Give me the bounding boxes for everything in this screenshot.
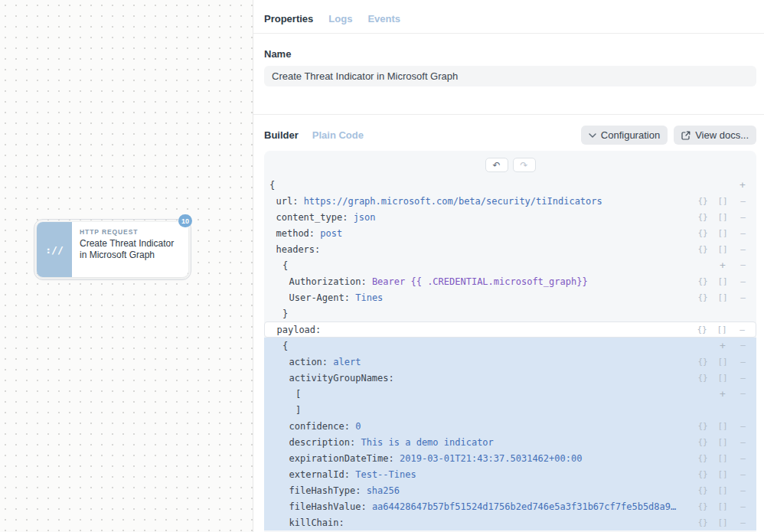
- add-item-icon[interactable]: +: [733, 179, 753, 191]
- code-line[interactable]: User-Agent: Tines{}[]—: [264, 289, 756, 305]
- tab-events[interactable]: Events: [367, 13, 400, 24]
- insert-array-icon[interactable]: []: [713, 276, 733, 286]
- code-key: }: [282, 308, 288, 319]
- insert-object-icon[interactable]: {}: [693, 517, 713, 527]
- insert-array-icon[interactable]: []: [713, 437, 733, 447]
- tab-builder[interactable]: Builder: [264, 129, 299, 141]
- code-key: url:: [276, 196, 299, 207]
- insert-array-icon[interactable]: []: [712, 325, 732, 335]
- insert-array-icon[interactable]: []: [713, 469, 733, 479]
- tab-logs[interactable]: Logs: [328, 13, 352, 24]
- insert-object-icon[interactable]: {}: [693, 453, 713, 463]
- code-line[interactable]: {+—: [264, 338, 756, 354]
- view-docs-button[interactable]: View docs...: [674, 126, 756, 145]
- line-action-icons: +—: [693, 259, 756, 271]
- code-line[interactable]: description: This is a demo indicator{}[…: [264, 434, 756, 450]
- code-line[interactable]: killChain:{}[]—: [264, 514, 756, 530]
- remove-line-icon[interactable]: —: [733, 244, 753, 254]
- remove-line-icon[interactable]: —: [733, 276, 753, 286]
- insert-object-icon[interactable]: {}: [693, 196, 713, 206]
- remove-line-icon[interactable]: —: [733, 357, 753, 367]
- insert-object-icon[interactable]: {}: [693, 437, 713, 447]
- code-line[interactable]: expirationDateTime: 2019-03-01T21:43:37.…: [264, 450, 756, 466]
- remove-line-icon[interactable]: —: [733, 340, 753, 351]
- line-action-icons: {}[]—: [693, 292, 756, 302]
- configuration-button[interactable]: Configuration: [581, 126, 668, 145]
- insert-array-icon[interactable]: []: [713, 228, 733, 238]
- external-link-icon: [681, 131, 691, 140]
- remove-line-icon[interactable]: —: [733, 388, 753, 400]
- remove-line-icon[interactable]: —: [733, 453, 753, 463]
- insert-object-icon[interactable]: {}: [693, 485, 713, 495]
- icon-spacer: [693, 388, 713, 400]
- redo-icon[interactable]: ↷: [513, 158, 536, 172]
- code-value: alert: [328, 357, 361, 367]
- code-line[interactable]: }: [264, 305, 756, 321]
- insert-object-icon[interactable]: {}: [693, 292, 713, 302]
- code-line[interactable]: url: https://graph.microsoft.com/beta/se…: [264, 193, 756, 209]
- remove-line-icon[interactable]: —: [733, 501, 753, 511]
- remove-line-icon[interactable]: —: [733, 469, 753, 479]
- remove-line-icon[interactable]: —: [733, 196, 753, 206]
- code-line[interactable]: externalId: Test--Tines{}[]—: [264, 466, 756, 482]
- insert-object-icon[interactable]: {}: [693, 421, 713, 431]
- code-line[interactable]: {+: [264, 177, 756, 193]
- insert-array-icon[interactable]: []: [713, 196, 733, 206]
- code-line[interactable]: fileHashValue: aa64428647b57bf51524d1756…: [264, 498, 756, 514]
- code-line[interactable]: payload:{}[]—: [264, 321, 756, 338]
- insert-array-icon[interactable]: []: [713, 485, 733, 495]
- insert-object-icon[interactable]: {}: [692, 325, 712, 335]
- insert-object-icon[interactable]: {}: [693, 501, 713, 511]
- remove-line-icon[interactable]: —: [733, 373, 753, 383]
- code-key: method:: [276, 228, 315, 239]
- code-line[interactable]: content_type: json{}[]—: [264, 209, 756, 225]
- insert-object-icon[interactable]: {}: [693, 357, 713, 367]
- insert-object-icon[interactable]: {}: [693, 276, 713, 286]
- insert-object-icon[interactable]: {}: [693, 469, 713, 479]
- code-line[interactable]: confidence: 0{}[]—: [264, 418, 756, 434]
- story-canvas[interactable]: :// HTTP REQUEST Create Threat Indicator…: [0, 0, 253, 532]
- code-value: 0: [350, 421, 361, 432]
- code-line[interactable]: Authorization: Bearer {{ .CREDENTIAL.mic…: [264, 273, 756, 289]
- insert-object-icon[interactable]: {}: [693, 212, 713, 222]
- tab-plain-code[interactable]: Plain Code: [312, 129, 364, 141]
- name-input[interactable]: [264, 66, 756, 86]
- insert-array-icon[interactable]: []: [713, 244, 733, 254]
- remove-line-icon[interactable]: —: [733, 292, 753, 302]
- insert-array-icon[interactable]: []: [713, 453, 733, 463]
- code-line[interactable]: method: post{}[]—: [264, 225, 756, 241]
- remove-line-icon[interactable]: —: [733, 437, 753, 447]
- insert-array-icon[interactable]: []: [713, 292, 733, 302]
- insert-object-icon[interactable]: {}: [693, 244, 713, 254]
- undo-icon[interactable]: ↶: [485, 158, 508, 172]
- http-request-node[interactable]: :// HTTP REQUEST Create Threat Indicator…: [37, 222, 188, 277]
- add-item-icon[interactable]: +: [713, 388, 733, 400]
- remove-line-icon[interactable]: —: [733, 421, 753, 431]
- remove-line-icon[interactable]: —: [733, 259, 753, 271]
- code-line[interactable]: action: alert{}[]—: [264, 354, 756, 370]
- event-count-badge[interactable]: 10: [178, 214, 192, 227]
- insert-array-icon[interactable]: []: [713, 421, 733, 431]
- insert-array-icon[interactable]: []: [713, 517, 733, 527]
- insert-object-icon[interactable]: {}: [693, 228, 713, 238]
- code-line[interactable]: fileHashType: sha256{}[]—: [264, 482, 756, 498]
- remove-line-icon[interactable]: —: [733, 517, 753, 527]
- remove-line-icon[interactable]: —: [732, 325, 752, 335]
- add-item-icon[interactable]: +: [713, 259, 733, 271]
- insert-array-icon[interactable]: []: [713, 212, 733, 222]
- tab-properties[interactable]: Properties: [264, 13, 313, 24]
- code-line[interactable]: ]: [264, 402, 756, 418]
- code-line[interactable]: [+—: [264, 386, 756, 402]
- insert-array-icon[interactable]: []: [713, 373, 733, 383]
- insert-array-icon[interactable]: []: [713, 501, 733, 511]
- code-line[interactable]: {+—: [264, 257, 756, 273]
- remove-line-icon[interactable]: —: [733, 212, 753, 222]
- code-key: expirationDateTime:: [289, 453, 394, 464]
- code-line[interactable]: activityGroupNames:{}[]—: [264, 370, 756, 386]
- insert-array-icon[interactable]: []: [713, 357, 733, 367]
- insert-object-icon[interactable]: {}: [693, 373, 713, 383]
- remove-line-icon[interactable]: —: [733, 485, 753, 495]
- add-item-icon[interactable]: +: [713, 340, 733, 351]
- code-line[interactable]: headers:{}[]—: [264, 241, 756, 257]
- remove-line-icon[interactable]: —: [733, 228, 753, 238]
